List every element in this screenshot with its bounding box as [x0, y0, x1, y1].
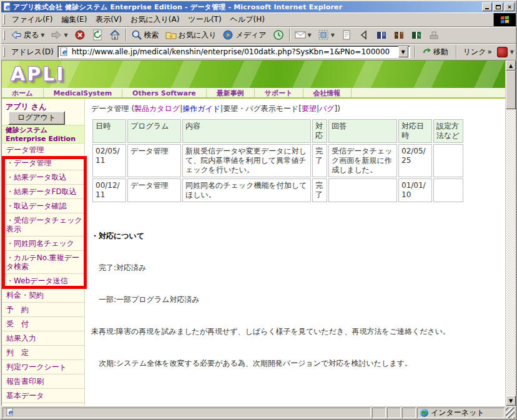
browser-viewport: APLI ホーム MedicalSystem Others Software 最…	[1, 61, 516, 406]
sidebar-item-web-data-send[interactable]: ・Webデータ送信	[2, 274, 84, 288]
forward-arrow-icon	[51, 29, 62, 41]
mail-dropdown-caret[interactable]: ▼	[308, 32, 312, 38]
book-icon-1	[376, 29, 387, 41]
previous-pane-button[interactable]	[355, 27, 373, 42]
menu-favorites[interactable]: お気に入り(A)	[126, 12, 184, 27]
standard-toolbar: 戻る ▼ ▼	[1, 27, 516, 44]
nav-latest-cases[interactable]: 最新事例	[207, 89, 255, 98]
toolbar-grip[interactable]	[3, 47, 5, 57]
address-input[interactable]: e http://www.alle.jp/medical/kenshin/ent…	[57, 46, 410, 58]
main-content: データ管理 (製品カタログ|操作ガイド|要望・バグ表示モード[要望|バグ]) 日…	[85, 99, 505, 406]
nav-home[interactable]: ホーム	[2, 89, 44, 98]
address-label: アドレス(D)	[10, 47, 55, 57]
history-button[interactable]	[270, 27, 287, 42]
addon-button-2[interactable]	[390, 27, 408, 42]
scroll-up-button[interactable]: ▲	[506, 61, 516, 71]
toolbar-grip[interactable]	[3, 14, 5, 24]
back-label: 戻る	[24, 30, 39, 41]
sidebar-item-result-entry[interactable]: 結果入力	[2, 331, 84, 346]
refresh-button[interactable]	[89, 27, 106, 42]
col-header-answer: 回答	[328, 119, 397, 143]
sidebar-item-result-import[interactable]: ・結果データ取込	[2, 170, 84, 185]
triangle-left-icon	[358, 29, 370, 41]
sidebar-item-basic-data[interactable]: 基本データ	[2, 389, 84, 403]
forward-button[interactable]: ▼	[47, 27, 71, 42]
col-header-content: 内容	[182, 119, 311, 143]
sidebar-item-received-data-check[interactable]: ・受信データチェック表示	[2, 213, 84, 237]
menu-edit[interactable]: 編集(E)	[57, 12, 91, 27]
link-product-catalog[interactable]: 製品カタログ	[134, 104, 180, 113]
browser-window: e アプリ株式会社 健診システム Enterprise Edition - デー…	[0, 0, 517, 420]
close-button[interactable]: ×	[505, 2, 515, 11]
title-bar[interactable]: e アプリ株式会社 健診システム Enterprise Edition - デー…	[1, 1, 516, 12]
edition-label: 健診システム Enterprise Edition	[2, 125, 84, 144]
acrobat-dropdown-caret[interactable]: ▼	[510, 49, 514, 55]
cell-content: 新規受信データや変更データに対して、院内基準値を利用して異常値チェックを行いたい…	[182, 144, 311, 177]
links-chevron[interactable]: »	[488, 47, 492, 56]
back-dropdown-caret[interactable]: ▼	[41, 32, 44, 38]
favorites-button[interactable]: お気に入り	[162, 27, 220, 42]
sidebar-item-fees-contract[interactable]: 料金・契約	[2, 288, 84, 303]
sidebar-item-data-management[interactable]: ・データ管理	[2, 156, 84, 170]
print-dropdown-caret[interactable]: ▼	[331, 32, 335, 38]
sidebar-item-report-print[interactable]: 報告書印刷	[2, 374, 84, 389]
toolbar-grip[interactable]	[3, 30, 5, 40]
go-button[interactable]: 移動	[420, 46, 451, 59]
cell-setting-method	[433, 144, 463, 177]
edit-button[interactable]	[338, 27, 355, 42]
links-toolbar[interactable]: リンク »	[461, 47, 495, 57]
link-bugs[interactable]: バグ	[319, 104, 335, 113]
menu-tools[interactable]: ツール(T)	[184, 12, 225, 27]
nav-company-info[interactable]: 会社情報	[303, 89, 352, 98]
link-operation-guide[interactable]: 操作ガイド	[182, 104, 220, 113]
cell-datetime: 00/12/11	[92, 178, 126, 202]
table-row: 02/05/11 データ管理 新規受信データや変更データに対して、院内基準値を利…	[92, 144, 463, 177]
scroll-down-button[interactable]: ▼	[506, 396, 516, 406]
media-button[interactable]: メディア	[219, 27, 269, 42]
address-dropdown-button[interactable]: ▼	[398, 46, 408, 57]
addon-button-1[interactable]	[373, 27, 390, 42]
menu-file[interactable]: ファイル(F)	[7, 12, 57, 27]
nav-support[interactable]: サポート	[255, 89, 303, 98]
sidebar-item-reservation[interactable]: 予 約	[2, 303, 84, 317]
refresh-icon	[92, 29, 103, 41]
logout-button[interactable]: ログアウト	[8, 111, 65, 125]
maximize-button[interactable]	[493, 2, 503, 11]
ie-page-icon: e	[59, 47, 68, 56]
addon-button-4[interactable]	[425, 27, 443, 42]
vertical-scrollbar[interactable]: ▲ ▼	[505, 61, 516, 406]
sidebar-item-reception[interactable]: 受 付	[2, 317, 84, 331]
minimize-button[interactable]	[482, 2, 492, 11]
forward-dropdown-caret[interactable]: ▼	[64, 32, 67, 38]
stop-button[interactable]	[71, 27, 89, 42]
search-button[interactable]: 検索	[128, 27, 162, 42]
sidebar-item-same-name-check[interactable]: ・同姓同名チェック	[2, 237, 84, 251]
web-page: APLI ホーム MedicalSystem Others Software 最…	[2, 61, 505, 406]
scrollbar-track[interactable]	[506, 109, 516, 396]
sidebar-item-judgement[interactable]: 判 定	[2, 346, 84, 360]
sidebar-item-judgement-worksheet[interactable]: 判定ワークシート	[2, 360, 84, 374]
sidebar-item-karte-no-dup-search[interactable]: ・カルテNo.重複データ検索	[2, 251, 84, 274]
menu-view[interactable]: 表示(V)	[91, 12, 126, 27]
site-banner: APLI	[2, 61, 505, 88]
resize-grip[interactable]	[506, 408, 515, 418]
sidebar-item-import-check[interactable]: ・取込データ確認	[2, 199, 84, 213]
link-requests[interactable]: 要望	[302, 104, 317, 113]
book-icon-2	[393, 29, 405, 41]
addon-button-3[interactable]	[408, 27, 425, 42]
mail-button[interactable]: ▼	[292, 27, 315, 42]
scrollbar-thumb[interactable]	[506, 71, 516, 109]
back-button[interactable]: 戻る ▼	[7, 27, 47, 42]
page-title: データ管理 (製品カタログ|操作ガイド|要望・バグ表示モード[要望|バグ])	[91, 104, 503, 114]
display-mode-text: 要望・バグ表示モード[	[223, 104, 302, 113]
banner-stripes	[2, 61, 505, 88]
sidebar-section-data-management[interactable]: データ管理	[2, 144, 84, 156]
acrobat-icon[interactable]	[497, 47, 508, 57]
home-button[interactable]	[106, 27, 124, 42]
print-button[interactable]: ▼	[315, 27, 338, 42]
col-header-status: 対応	[312, 119, 327, 143]
sidebar-item-result-fd-import[interactable]: ・結果データFD取込	[2, 185, 84, 199]
nav-medicalsystem[interactable]: MedicalSystem	[44, 89, 123, 97]
menu-help[interactable]: ヘルプ(H)	[226, 12, 269, 27]
nav-others-software[interactable]: Others Software	[122, 89, 207, 97]
